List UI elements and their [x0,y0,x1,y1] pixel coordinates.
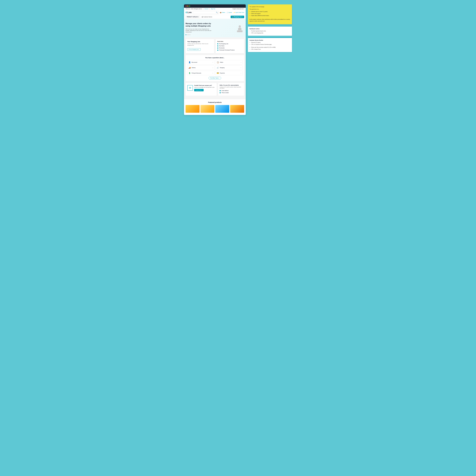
sticky-notes-panel: The updated of the homepage. The goal he… [248,4,292,115]
contact-section: ✉ Couldn't find your answer yet? Leave u… [186,83,244,96]
note3-item-2: CTA: to Customer Service Overview page. [251,44,290,45]
language-selector[interactable]: English (International) ▾ [233,8,244,9]
rep-title: Hello, I'm your ICL representative [220,85,243,86]
orders-nav[interactable]: 📦 Orders [220,12,225,13]
pricing-icon: 💲 [188,72,191,74]
all-lists-button[interactable]: All Your Shopping Lists › [187,48,201,51]
arrow-right-icon-2: › [219,77,219,79]
hero-dot-3[interactable] [188,34,189,35]
quick-link-item-3[interactable]: My Quotes [217,47,242,49]
orders-icon: 📦 [220,12,221,13]
quick-links-card: Quick links: My Shopping Lists My Orders… [216,39,244,53]
sticky-note-1: The updated of the homepage. The goal he… [248,4,292,24]
info-note-cs: Customer Service Section Show all CS top… [248,37,292,52]
quick-link-item-1[interactable]: My Shopping Lists [217,43,242,44]
note1-item-3: inspire about different product topics. [251,15,290,17]
hero-banner: Manage your clients orders by using mult… [184,19,246,37]
cs-item-delivery[interactable]: 🚚 Delivery › [187,66,214,70]
note1-item-2: inform and support; [251,13,290,15]
cs-item-pricing[interactable]: 💲 Pricing & Discounts › [187,71,214,75]
hero-dot-2[interactable] [187,34,188,35]
dashboard-section: Your Shopping Lists Continue were you le… [186,39,244,53]
question-heading: You have a question about... [187,57,243,58]
orders-cs-icon: 📋 [217,61,219,63]
note1-line3: As the project continues, these wirefram… [250,18,290,22]
arrow-right-icon-3: › [202,90,202,91]
payments-icon: 💳 [217,72,219,74]
note2-item-2: CTA: to all shopping lists [251,32,290,34]
note2-title: Dashboard section: [250,28,290,30]
cs-item-my-account[interactable]: 👤 My account › [187,60,214,65]
shopping-lists-card: Your Shopping Lists Continue were you le… [186,39,214,53]
arrow-icon-3: › [213,67,213,68]
note1-list: activate users to order ICL goods; infor… [250,11,290,17]
top-bar-left: Welcome, Giulio Bettaglia (demo) | Accou… [186,8,215,9]
quick-link-item-2[interactable]: My Orders [217,45,242,47]
delivery-icon: 🚚 [188,67,191,69]
header-nav: 📦 Orders 📄 Quotes ⚡ Quick Order Form [220,12,244,13]
person-illustration [238,25,241,30]
quick-order-icon: ⚡ [233,12,235,13]
arrow-icon-2: › [241,62,241,63]
products-row [186,105,244,113]
note3-item-1: Show all CS topics; [251,42,290,43]
note3-list: Show all CS topics; CTA: to Customer Ser… [250,42,290,45]
search-icon: 🔍 [216,12,218,13]
note1-item-1: activate users to order ICL goods; [251,11,290,13]
envelope-icon: ✉ [189,86,191,89]
note3-item-5: CTA: Contact Form. [251,49,290,50]
product-card-1[interactable] [186,105,200,113]
product-catalog-nav[interactable]: PRODUCT CATALOG ▾ [186,16,200,18]
rep-email-item[interactable]: Email address [220,90,243,91]
browser-dot-green[interactable] [189,5,190,7]
contact-form-card: ✉ Couldn't find your answer yet? Leave u… [186,83,217,96]
shopping-lists-nav[interactable]: 🛍️ Shopping Lists ▾ [231,16,244,18]
top-bar: Welcome, Giulio Bettaglia (demo) | Accou… [184,8,246,10]
page-wrapper: Welcome, Giulio Bettaglia (demo) | Accou… [184,4,292,115]
quotes-nav[interactable]: 📄 Quotes [226,12,232,13]
hero-dot-1[interactable] [186,34,186,35]
shopping-icon: 🛒 [217,67,219,69]
main-content: Your Shopping Lists Continue were you le… [184,37,246,99]
product-card-2[interactable] [200,105,214,113]
note3-title: Customer Service Section [250,39,290,41]
hero-text: Manage your clients orders by using mult… [186,22,212,35]
nav-bar: PRODUCT CATALOG ▾ 🎧 Customer Service 🛍️ … [184,15,246,19]
arrow-icon-4: › [241,67,241,68]
note2-list: Provide important Quick Links CTA: to al… [250,30,290,34]
cs-item-shopping[interactable]: 🛒 Shopping › [215,66,243,70]
account-link[interactable]: Account [204,8,208,9]
cs-item-orders[interactable]: 📋 Orders › [215,60,243,65]
quick-link-dot-2 [217,45,218,47]
rep-subtitle: Contact me for specific product related … [220,86,243,89]
signout-link[interactable]: Sign Out [211,8,215,9]
hero-dots [186,34,212,35]
product-card-3[interactable] [215,105,229,113]
arrow-icon-5: › [213,72,213,74]
cs-item-payments[interactable]: 💳 Payments › [215,71,243,75]
site-logo[interactable]: ICLink [186,11,192,14]
quick-link-item-4[interactable]: Previously Purchased Products [217,50,242,51]
note3-list-2: Show user they can also contact ICL (CS … [250,47,290,50]
find-more-button[interactable]: Find More Topics › [209,77,221,79]
product-card-4[interactable] [230,105,244,113]
search-bar[interactable]: 🔍 [193,11,219,14]
rep-phone-item[interactable]: Phone number [220,92,243,93]
list-icon: 🛍️ [232,16,233,17]
arrow-right-icon: › [199,49,199,50]
browser-dot-red[interactable] [186,5,187,7]
cs-grid: 👤 My account › 📋 Orders › [187,60,243,75]
hero-dot-4[interactable] [189,34,190,35]
browser-window: Welcome, Giulio Bettaglia (demo) | Accou… [184,4,246,115]
featured-section: Featured products [184,99,246,115]
quick-order-nav[interactable]: ⚡ Quick Order Form [233,12,244,13]
customer-service-nav[interactable]: 🎧 Customer Service [202,16,212,17]
note1-line1: The updated of the homepage. [250,6,290,8]
hero-subtitle: With ICLink you can create as many shopp… [186,28,212,33]
contact-form-button[interactable]: Contact Form › [194,89,204,91]
quick-link-dot-4 [217,50,218,51]
browser-dot-yellow[interactable] [187,5,188,7]
site-header: ICLink 🔍 📦 Orders 📄 Quotes ⚡ Quick Order… [184,10,246,15]
welcome-text: Welcome, Giulio Bettaglia (demo) [186,8,202,9]
info-note-dashboard: Dashboard section: Provide important Qui… [248,26,292,36]
